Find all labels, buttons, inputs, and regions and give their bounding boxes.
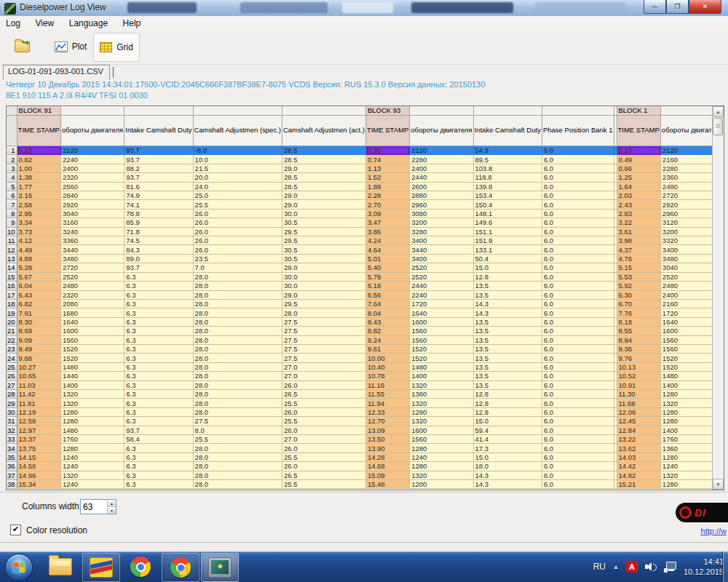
cell[interactable]: 6.0 <box>542 164 614 173</box>
cell[interactable]: 25.5 <box>194 435 282 444</box>
cell[interactable]: 11.94 <box>366 399 410 407</box>
cell[interactable]: 28.0 <box>194 318 282 327</box>
cell[interactable]: 29.5 <box>282 228 366 236</box>
cell[interactable]: 93.7 <box>124 146 193 155</box>
cell[interactable]: 12.8 <box>474 273 542 282</box>
cell[interactable]: 28.0 <box>194 399 282 407</box>
show-desktop-button[interactable] <box>723 551 728 582</box>
taskbar-photo-viewer-button[interactable] <box>201 553 239 582</box>
cell[interactable]: 12.8 <box>474 390 542 399</box>
cell[interactable]: 6.0 <box>542 417 614 426</box>
cell[interactable]: 10.00 <box>366 354 410 362</box>
cell[interactable]: 89.0 <box>124 255 193 263</box>
cell[interactable]: 6.3 <box>124 453 193 462</box>
cell[interactable]: 28.0 <box>194 291 282 300</box>
cell[interactable]: 6.30 <box>617 291 661 300</box>
cell[interactable]: 7.0 <box>194 263 282 272</box>
cell[interactable]: 6.0 <box>542 282 614 290</box>
cell[interactable]: 6.3 <box>124 381 193 390</box>
cell[interactable]: 6.0 <box>542 291 614 300</box>
cell[interactable]: 4.89 <box>17 255 61 263</box>
cell[interactable]: 59.4 <box>474 426 542 435</box>
cell[interactable]: 12.70 <box>366 417 410 426</box>
cell[interactable]: 6.3 <box>124 372 193 380</box>
cell[interactable]: 6.0 <box>542 236 614 245</box>
cell[interactable]: 0.49 <box>617 155 661 164</box>
cell[interactable]: 1240 <box>61 480 124 489</box>
row-number[interactable]: 26 <box>7 372 17 380</box>
cell[interactable]: 1480 <box>61 426 124 435</box>
cell[interactable]: 3200 <box>410 218 473 227</box>
row-number[interactable]: 9 <box>7 218 17 227</box>
cell[interactable]: 2400 <box>61 164 124 173</box>
cell[interactable]: 15.0 <box>474 263 542 272</box>
cell[interactable]: 1400 <box>61 381 124 390</box>
row-number[interactable]: 14 <box>7 263 17 272</box>
cell[interactable]: 11.16 <box>366 381 410 390</box>
cell[interactable]: 9.49 <box>17 345 61 354</box>
cell[interactable]: 6.3 <box>124 308 193 317</box>
cell[interactable]: 118.8 <box>474 173 542 182</box>
cell[interactable]: 1.25 <box>617 173 661 182</box>
cell[interactable]: 1400 <box>410 372 473 380</box>
row-number[interactable]: 24 <box>7 354 17 362</box>
cell[interactable]: 17.3 <box>474 444 542 453</box>
cell[interactable]: 10.52 <box>617 372 661 380</box>
cell[interactable]: 6.0 <box>542 200 614 209</box>
row-number[interactable]: 3 <box>7 164 17 173</box>
cell[interactable]: 11.30 <box>617 390 661 399</box>
cell[interactable]: 2720 <box>61 263 124 272</box>
cell[interactable]: 6.0 <box>542 300 614 308</box>
cell[interactable]: 6.0 <box>542 263 614 272</box>
row-number[interactable]: 31 <box>7 417 17 426</box>
cell[interactable]: 11.81 <box>17 399 61 407</box>
cell[interactable]: 2280 <box>410 155 473 164</box>
color-resolution-checkbox[interactable]: ✔ <box>10 525 21 535</box>
cell[interactable]: 27.5 <box>282 327 366 335</box>
cell[interactable]: 1520 <box>410 354 473 362</box>
cell[interactable]: 25.5 <box>282 399 366 407</box>
cell[interactable]: 12.19 <box>17 408 61 417</box>
cell[interactable]: 93.7 <box>124 173 193 182</box>
cell[interactable]: 12.97 <box>17 426 61 435</box>
cell[interactable]: 3.09 <box>366 210 410 218</box>
cell[interactable]: 6.18 <box>366 282 410 290</box>
cell[interactable]: 12.45 <box>617 417 661 426</box>
row-number[interactable]: 33 <box>7 435 17 444</box>
cell[interactable]: 8.82 <box>366 327 410 335</box>
cell[interactable]: 1480 <box>410 363 473 372</box>
cell[interactable]: 29.0 <box>282 291 366 300</box>
cell[interactable]: 28.0 <box>194 480 282 489</box>
cell[interactable]: 14.42 <box>617 462 661 471</box>
cell[interactable]: 151.9 <box>474 236 542 245</box>
cell[interactable]: 7.91 <box>17 308 61 317</box>
cell[interactable]: 10.91 <box>617 381 661 390</box>
cell[interactable]: 15.0 <box>474 453 542 462</box>
cell[interactable]: 1320 <box>61 471 124 480</box>
cell[interactable]: 3240 <box>61 228 124 236</box>
cell[interactable]: 6.0 <box>542 308 614 317</box>
cell[interactable]: 1600 <box>410 426 473 435</box>
cell[interactable]: 28.0 <box>194 300 282 308</box>
cell[interactable]: 85.9 <box>124 218 193 227</box>
cell[interactable]: 27.5 <box>282 318 366 327</box>
cell[interactable]: 3440 <box>410 245 473 254</box>
cell[interactable]: 2920 <box>61 200 124 209</box>
cell[interactable]: 29.0 <box>282 200 366 209</box>
cell[interactable]: 84.3 <box>124 245 193 254</box>
cell[interactable]: 6.0 <box>542 245 614 254</box>
cell[interactable]: 28.0 <box>194 327 282 335</box>
cell[interactable]: 1320 <box>410 381 473 390</box>
cell[interactable]: 25.5 <box>282 417 366 426</box>
cell[interactable]: 6.3 <box>124 327 193 335</box>
cell[interactable]: 1280 <box>61 417 124 426</box>
cell[interactable]: 2.43 <box>617 200 661 209</box>
cell[interactable]: 12.06 <box>617 408 661 417</box>
cell[interactable]: 6.3 <box>124 480 193 489</box>
cell[interactable]: 13.5 <box>474 327 542 335</box>
cell[interactable]: 21.5 <box>194 164 282 173</box>
cell[interactable]: 1.13 <box>366 164 410 173</box>
cell[interactable]: 41.4 <box>474 435 542 444</box>
cell[interactable]: 5.28 <box>17 263 61 272</box>
cell[interactable]: 6.3 <box>124 354 193 362</box>
